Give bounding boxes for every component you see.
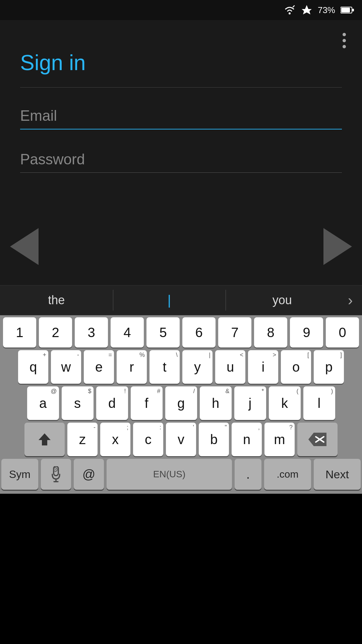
- key-v[interactable]: 'v: [166, 423, 196, 456]
- key-q[interactable]: +q: [18, 350, 48, 384]
- key-5[interactable]: 5: [146, 317, 180, 347]
- title-divider: [20, 87, 342, 88]
- status-bar: 73%: [0, 0, 362, 20]
- email-field-wrap: [20, 104, 342, 129]
- wifi-icon: [284, 5, 296, 15]
- password-input[interactable]: [20, 148, 342, 173]
- period-button[interactable]: .: [235, 459, 261, 490]
- key-e[interactable]: =e: [84, 350, 114, 384]
- battery-percentage: 73%: [318, 5, 335, 15]
- key-9[interactable]: 9: [290, 317, 323, 347]
- key-b[interactable]: "b: [199, 423, 229, 456]
- key-n[interactable]: ,n: [232, 423, 262, 456]
- key-4[interactable]: 4: [111, 317, 144, 347]
- page-title: Sign in: [20, 50, 86, 75]
- password-field-wrap: [20, 148, 342, 173]
- suggestions-bar: the | you ›: [0, 285, 362, 315]
- nav-forward-button[interactable]: [323, 228, 352, 265]
- suggestion-the[interactable]: the: [0, 285, 113, 315]
- more-menu-button[interactable]: [340, 30, 349, 51]
- shift-button[interactable]: [24, 423, 65, 456]
- battery-icon: [341, 6, 354, 14]
- nav-back-button[interactable]: [10, 228, 39, 265]
- key-t[interactable]: \t: [149, 350, 180, 384]
- svg-marker-5: [308, 433, 326, 446]
- key-1[interactable]: 1: [3, 317, 36, 347]
- key-f[interactable]: #f: [131, 386, 163, 420]
- key-k[interactable]: (k: [269, 386, 301, 420]
- key-y[interactable]: |y: [182, 350, 213, 384]
- key-g[interactable]: /g: [165, 386, 197, 420]
- airplane-icon: [301, 4, 312, 16]
- keyboard: 1 2 3 4 5 6 7 8 9 0 +q -w =e %r \t |y <u…: [0, 315, 362, 494]
- delete-button[interactable]: [297, 423, 338, 456]
- next-button[interactable]: Next: [314, 459, 361, 490]
- key-p[interactable]: ]p: [314, 350, 344, 384]
- key-u[interactable]: <u: [215, 350, 245, 384]
- key-z[interactable]: -z: [67, 423, 98, 456]
- key-w[interactable]: -w: [51, 350, 81, 384]
- key-h[interactable]: &h: [200, 386, 232, 420]
- more-suggestions-button[interactable]: ›: [339, 292, 362, 309]
- key-8[interactable]: 8: [254, 317, 287, 347]
- key-s[interactable]: $s: [62, 386, 94, 420]
- key-7[interactable]: 7: [218, 317, 251, 347]
- key-m[interactable]: ?m: [264, 423, 295, 456]
- key-a[interactable]: @a: [27, 386, 59, 420]
- svg-point-0: [289, 12, 291, 14]
- sym-button[interactable]: Sym: [1, 459, 38, 490]
- app-area: Sign in: [0, 20, 362, 285]
- key-2[interactable]: 2: [39, 317, 72, 347]
- key-l[interactable]: )l: [303, 386, 335, 420]
- svg-rect-3: [352, 9, 354, 11]
- mic-icon: ⚙: [51, 466, 61, 482]
- key-x[interactable]: ;x: [100, 423, 130, 456]
- suggestion-you[interactable]: you: [226, 285, 339, 315]
- mid-row: @a $s !d #f /g &h *j (k )l: [1, 386, 361, 420]
- action-row: Sym ⚙ @ EN(US) . .com: [1, 459, 361, 490]
- delete-icon: [308, 433, 326, 446]
- svg-marker-4: [39, 433, 51, 445]
- svg-rect-2: [341, 8, 350, 12]
- key-i[interactable]: >i: [248, 350, 278, 384]
- number-row: 1 2 3 4 5 6 7 8 9 0: [1, 317, 361, 347]
- key-j[interactable]: *j: [234, 386, 266, 420]
- key-6[interactable]: 6: [182, 317, 216, 347]
- email-input[interactable]: [20, 104, 342, 129]
- dotcom-button[interactable]: .com: [264, 459, 311, 490]
- qwerty-row: +q -w =e %r \t |y <u >i [o ]p: [1, 350, 361, 384]
- key-c[interactable]: :c: [133, 423, 163, 456]
- shift-icon: [37, 432, 52, 447]
- at-button[interactable]: @: [74, 459, 104, 490]
- bottom-row: -z ;x :c 'v "b ,n ?m: [1, 423, 361, 456]
- key-d[interactable]: !d: [96, 386, 128, 420]
- space-button[interactable]: EN(US): [107, 459, 232, 490]
- key-0[interactable]: 0: [326, 317, 359, 347]
- key-r[interactable]: %r: [117, 350, 147, 384]
- key-3[interactable]: 3: [75, 317, 108, 347]
- mic-settings-button[interactable]: ⚙: [41, 459, 71, 490]
- key-o[interactable]: [o: [281, 350, 311, 384]
- suggestion-cursor[interactable]: |: [113, 285, 226, 315]
